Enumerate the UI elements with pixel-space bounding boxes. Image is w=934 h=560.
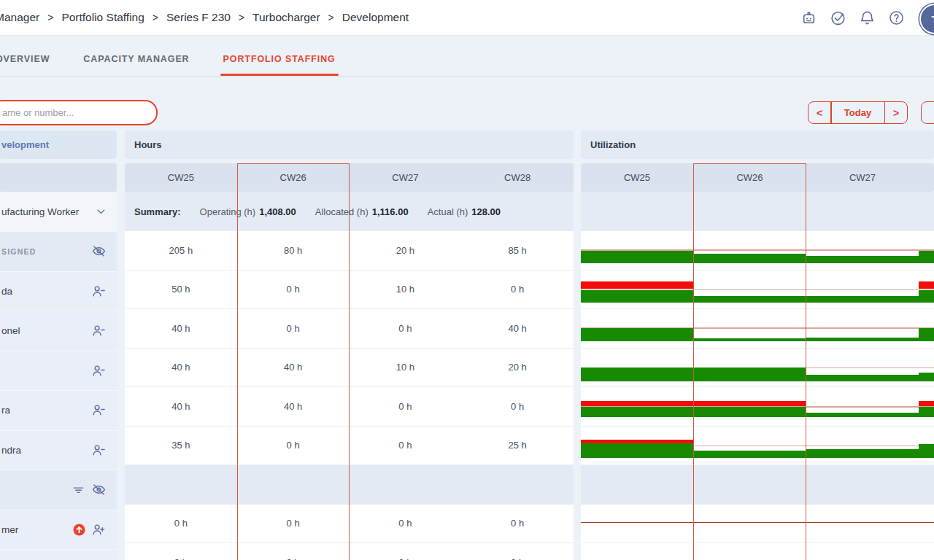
hours-rows: 205 h80 h20 h85 h50 h0 h10 h0 h40 h0 h0 …	[125, 231, 574, 560]
sidebar-person-row[interactable]: da	[0, 272, 117, 312]
breadcrumb-separator: >	[328, 12, 334, 23]
hours-cell[interactable]: 0 h	[461, 543, 574, 560]
breadcrumb-item[interactable]: Turbocharger	[252, 11, 320, 24]
hours-cell[interactable]: 20 h	[350, 231, 462, 270]
column-header-cw26: CW26	[237, 163, 350, 192]
hours-cell[interactable]: 0 h	[237, 427, 350, 465]
hours-cell[interactable]: 205 h	[125, 231, 237, 270]
person-minus-icon[interactable]	[91, 443, 107, 458]
chevron-down-icon[interactable]	[96, 206, 107, 217]
utilization-bar	[581, 368, 693, 381]
hours-row: 35 h0 h0 h25 h	[125, 427, 574, 466]
hours-cell[interactable]: 0 h	[461, 387, 574, 426]
sidebar-row-label: da	[0, 286, 91, 297]
hours-cell[interactable]: 0 h	[350, 427, 462, 465]
sidebar-section-row[interactable]	[0, 470, 117, 510]
hours-cell[interactable]: 0 h	[237, 309, 350, 348]
hours-cell[interactable]: 40 h	[461, 309, 574, 348]
column-header-cw27: CW27	[806, 163, 919, 192]
search-input[interactable]	[0, 107, 156, 118]
search-field[interactable]	[0, 100, 158, 125]
filter-icon[interactable]	[72, 483, 85, 497]
hours-cell[interactable]: 0 h	[125, 543, 237, 560]
hours-cell[interactable]: 25 h	[461, 427, 574, 465]
sidebar-person-row[interactable]: mer	[0, 510, 117, 551]
breadcrumb-separator: >	[47, 12, 53, 23]
sidebar-person-row[interactable]: ndra	[0, 431, 117, 471]
sidebar-row-icons	[91, 363, 117, 378]
utilization-bar	[806, 256, 919, 263]
hours-cell[interactable]: 0 h	[461, 505, 574, 543]
utilization-bar	[581, 443, 693, 458]
sidebar-row-icons	[91, 443, 117, 458]
breadcrumb-item[interactable]: Development	[342, 11, 409, 24]
sidebar-section-row[interactable]: SIGNED	[0, 232, 117, 272]
robot-icon[interactable]	[800, 9, 817, 26]
eye-off-icon[interactable]	[91, 244, 107, 259]
hours-cell[interactable]: 0 h	[461, 271, 574, 309]
check-circle-icon[interactable]	[830, 9, 846, 26]
hours-cell[interactable]: 0 h	[237, 505, 350, 543]
sidebar-row-label: SIGNED	[0, 247, 91, 256]
utilization-row	[581, 387, 934, 427]
utilization-bar	[581, 290, 693, 303]
eye-off-icon[interactable]	[91, 482, 107, 497]
hours-cell[interactable]: 40 h	[125, 387, 237, 426]
hours-cell[interactable]: 35 h	[125, 427, 237, 465]
breadcrumb-item[interactable]: Portfolio Staffing	[61, 11, 144, 24]
toolbar-more-button[interactable]	[921, 101, 934, 124]
person-plus-icon[interactable]	[91, 522, 107, 537]
hours-cell[interactable]: 0 h	[350, 505, 462, 543]
hours-cell[interactable]: 40 h	[125, 309, 237, 348]
sidebar-header: velopment	[0, 131, 117, 159]
help-icon[interactable]	[888, 9, 905, 26]
hours-cell[interactable]: 10 h	[350, 349, 462, 387]
hours-row: 205 h80 h20 h85 h	[125, 231, 574, 271]
sidebar-person-row[interactable]: onel	[0, 311, 117, 351]
hours-cell[interactable]: 0 h	[237, 543, 350, 560]
sidebar-group-row[interactable]: ufacturing Worker	[0, 192, 117, 232]
tab-capacity-manager[interactable]: CAPACITY MANAGER	[83, 44, 189, 76]
hours-cell[interactable]: 0 h	[350, 387, 462, 426]
avatar[interactable]: T	[919, 4, 934, 34]
hours-cell[interactable]: 80 h	[237, 231, 350, 270]
hours-cell[interactable]: 0 h	[350, 543, 462, 560]
person-minus-icon[interactable]	[91, 402, 107, 418]
sidebar-person-row[interactable]: yah	[0, 550, 117, 560]
hours-cell[interactable]: 40 h	[237, 387, 350, 426]
sidebar-row-label: ndra	[0, 445, 91, 456]
sidebar-row-icons	[91, 244, 117, 259]
sidebar-person-row[interactable]: ra	[0, 391, 117, 431]
summary-allocated: Allocated (h)1,116.00	[315, 206, 409, 217]
hours-cell[interactable]: 0 h	[350, 309, 462, 348]
bell-icon[interactable]	[859, 9, 876, 26]
sidebar-person-row[interactable]	[0, 351, 117, 392]
breadcrumb: Manager>Portfolio Staffing>Series F 230>…	[0, 0, 409, 35]
sidebar-row-icons	[73, 522, 117, 537]
prev-week-button[interactable]: <	[808, 102, 830, 123]
sidebar-row-label: mer	[0, 524, 73, 535]
utilization-row	[581, 231, 934, 271]
tab-overview[interactable]: OVERVIEW	[0, 44, 50, 76]
hours-cell[interactable]: 50 h	[125, 271, 237, 309]
hours-panel-title: Hours	[125, 131, 574, 159]
staffing-sidebar: velopment ufacturing WorkerSIGNEDdaonelr…	[0, 131, 117, 560]
breadcrumb-item[interactable]: Manager	[0, 11, 39, 24]
tab-portfolio-staffing[interactable]: PORTFOLIO STAFFING	[223, 44, 336, 76]
breadcrumb-separator: >	[153, 12, 158, 23]
breadcrumb-item[interactable]: Series F 230	[166, 11, 231, 24]
hours-cell[interactable]: 40 h	[125, 349, 237, 387]
today-button[interactable]: Today	[832, 102, 884, 123]
next-week-button[interactable]: >	[885, 102, 907, 123]
hours-cell[interactable]: 20 h	[461, 349, 574, 387]
person-minus-icon[interactable]	[91, 363, 107, 378]
hours-cell[interactable]: 0 h	[125, 505, 237, 543]
hours-cell[interactable]: 10 h	[350, 271, 462, 309]
person-minus-icon[interactable]	[91, 284, 107, 299]
utilization-column-header: CW25CW26CW27	[581, 163, 934, 192]
hours-cell[interactable]: 0 h	[237, 271, 350, 309]
hours-cell[interactable]: 85 h	[461, 231, 574, 270]
hours-cell[interactable]: 40 h	[237, 349, 350, 387]
person-minus-icon[interactable]	[91, 323, 107, 338]
column-header-cw28: CW28	[461, 163, 574, 192]
